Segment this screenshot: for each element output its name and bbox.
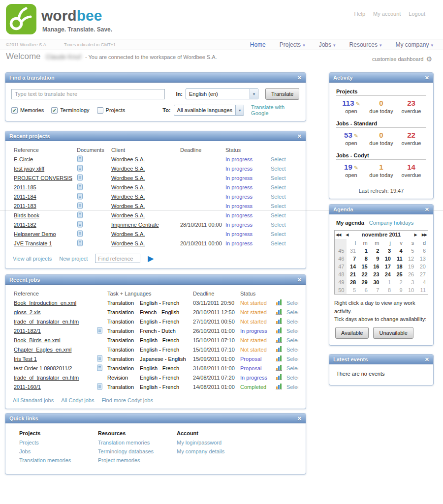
project-reference-link[interactable]: JVE Translate 1 — [14, 240, 52, 246]
calendar-day[interactable]: 22 — [358, 270, 370, 278]
statistics-icon[interactable] — [276, 374, 282, 380]
document-icon[interactable] — [77, 193, 84, 201]
calendar-day[interactable]: 27 — [416, 270, 428, 278]
select-link[interactable]: Select — [271, 203, 286, 209]
close-icon[interactable]: ✕ — [425, 205, 429, 214]
calendar-day[interactable]: 10 — [381, 255, 393, 263]
top-link-my-account[interactable]: My account — [373, 11, 401, 17]
statistics-icon[interactable] — [276, 318, 282, 324]
nav-my-company[interactable]: My company▾ — [395, 41, 433, 48]
calendar-day[interactable]: 2 — [370, 247, 381, 255]
calendar-day[interactable]: 6 — [358, 286, 370, 295]
select-link[interactable]: Select — [271, 184, 286, 190]
calendar-day[interactable]: 4 — [416, 278, 428, 286]
top-link-help[interactable]: Help — [354, 11, 365, 17]
client-link[interactable]: Wordbee S.A. — [111, 166, 145, 172]
calendar-day[interactable]: 1 — [358, 247, 370, 255]
job-reference-link[interactable]: gloss_2.xls — [14, 309, 40, 315]
calendar-day[interactable]: 6 — [416, 247, 428, 255]
available-button[interactable]: Available — [335, 327, 369, 339]
calendar-day[interactable]: 29 — [358, 278, 370, 286]
select-link[interactable]: Select — [286, 309, 298, 315]
statistics-icon[interactable] — [276, 337, 282, 343]
select-link[interactable]: Select — [271, 222, 286, 228]
calendar-day[interactable]: 30 — [370, 278, 381, 286]
jobs-link[interactable]: Jobs — [19, 448, 98, 454]
select-link[interactable]: Select — [286, 384, 298, 390]
agenda-tab-company-holidays[interactable]: Company holidays — [369, 220, 414, 226]
checkbox-memories[interactable]: ✓Memories — [11, 107, 44, 114]
project-reference-link[interactable]: Helpserver Demo — [14, 231, 56, 237]
translation-memories-link[interactable]: Translation memories — [19, 457, 98, 463]
count-value[interactable]: 19✎ — [336, 163, 366, 171]
select-link[interactable]: Select — [286, 347, 298, 353]
select-link[interactable]: Select — [286, 337, 298, 343]
select-link[interactable]: Select — [286, 328, 298, 334]
find-more-codyt-jobs-link[interactable]: Find more Codyt jobs — [101, 397, 153, 403]
project-reference-link[interactable]: 2011-182 — [14, 222, 36, 228]
document-icon[interactable] — [77, 165, 84, 173]
document-icon[interactable] — [96, 327, 103, 335]
agenda-tab-my-agenda[interactable]: My agenda — [336, 220, 364, 226]
translate-with-google-link[interactable]: Translate with Google — [251, 104, 300, 116]
select-link[interactable]: Select — [271, 240, 286, 246]
calendar-day[interactable]: 11 — [393, 255, 405, 263]
calendar-day[interactable]: 9 — [393, 286, 405, 295]
close-icon[interactable]: ✕ — [297, 275, 302, 285]
select-link[interactable]: Select — [286, 319, 298, 325]
select-link[interactable]: Select — [271, 194, 286, 200]
calendar-day[interactable]: 11 — [416, 286, 428, 295]
calendar-day[interactable]: 17 — [381, 263, 393, 270]
count-value[interactable]: 23 — [396, 99, 426, 107]
job-reference-link[interactable]: Book_Introduction_en.xml — [14, 300, 76, 306]
calendar-day[interactable]: 12 — [405, 255, 416, 263]
source-language-select[interactable]: English (en)▼ — [186, 89, 258, 99]
client-link[interactable]: Wordbee S.A. — [111, 175, 145, 181]
document-icon[interactable] — [77, 174, 84, 182]
client-link[interactable]: Wordbee S.A. — [111, 194, 145, 200]
close-icon[interactable]: ✕ — [425, 355, 429, 364]
calendar-day[interactable]: 18 — [393, 263, 405, 270]
calendar-day[interactable]: 13 — [416, 255, 428, 263]
document-icon[interactable] — [96, 355, 103, 363]
client-link[interactable]: Wordbee S.A. — [111, 184, 145, 190]
checkbox-terminology[interactable]: ✓Terminology — [51, 107, 89, 114]
count-value[interactable]: 0 — [366, 99, 396, 107]
count-value[interactable]: 22 — [396, 131, 426, 139]
project-reference-link[interactable]: E-Circle — [14, 156, 33, 162]
go-arrow-icon[interactable]: ▶ — [148, 255, 154, 263]
calendar-day[interactable]: 8 — [358, 255, 370, 263]
calendar-day[interactable]: 4 — [393, 247, 405, 255]
nav-home[interactable]: Home — [250, 41, 266, 48]
document-icon[interactable] — [77, 221, 84, 229]
calendar-day[interactable]: 21 — [347, 270, 358, 278]
calendar-day[interactable]: 25 — [393, 270, 405, 278]
view-all-projects-link[interactable]: View all projects — [13, 256, 52, 262]
close-icon[interactable]: ✕ — [297, 131, 302, 141]
project-reference-link[interactable]: test jway xliff — [14, 166, 44, 172]
calendar-day[interactable]: 1 — [381, 278, 393, 286]
unavailable-button[interactable]: Unavailable — [373, 327, 413, 339]
project-reference-link[interactable]: PROJECT CONVERSIS — [14, 175, 72, 181]
next-month-icon[interactable]: ▶ — [414, 233, 417, 237]
calendar-day[interactable]: 14 — [347, 263, 358, 270]
select-link[interactable]: Select — [286, 365, 298, 371]
wordbee-logo[interactable] — [6, 4, 36, 34]
calendar-day[interactable]: 7 — [347, 255, 358, 263]
client-link[interactable]: Wordbee S.A. — [111, 231, 145, 237]
calendar-day[interactable]: 24 — [381, 270, 393, 278]
count-value[interactable]: 113✎ — [336, 99, 366, 107]
calendar-day[interactable]: 7 — [370, 286, 381, 295]
select-link[interactable]: Select — [286, 300, 298, 306]
my-company-details-link[interactable]: My company details — [177, 448, 255, 454]
job-reference-link[interactable]: trade_of_translator_en.htm — [14, 375, 79, 381]
projects-link[interactable]: Projects — [19, 440, 98, 445]
translation-memories-link[interactable]: Translation memories — [98, 440, 177, 445]
nav-resources[interactable]: Resources▾ — [349, 41, 382, 48]
translate-text-input[interactable] — [11, 89, 165, 99]
calendar-day[interactable]: 2 — [393, 278, 405, 286]
client-link[interactable]: Imprimerie Centrale — [111, 222, 159, 228]
calendar-day[interactable]: 3 — [381, 247, 393, 255]
top-link-logout[interactable]: Logout — [409, 11, 425, 17]
calendar-day[interactable]: 5 — [405, 247, 416, 255]
